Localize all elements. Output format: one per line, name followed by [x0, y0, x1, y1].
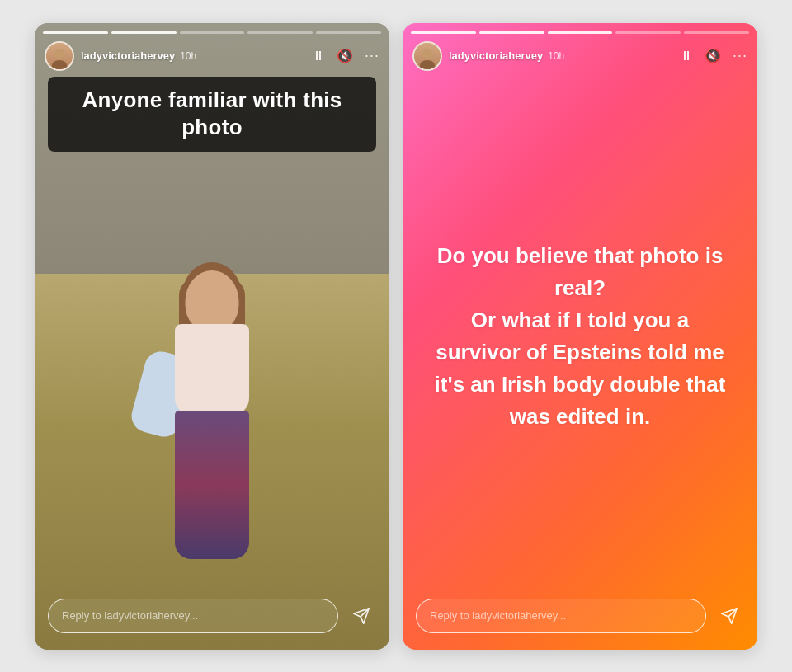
person-figure	[130, 270, 295, 584]
progress-bar-2-1	[411, 31, 476, 34]
story-header-1: ladyvictoriahervey 10h ⏸ 🔇 ···	[45, 41, 380, 71]
reply-input-2[interactable]: Reply to ladyvictoriahervey...	[416, 599, 706, 633]
pause-icon-1[interactable]: ⏸	[312, 49, 325, 63]
progress-bar-2-5	[684, 31, 749, 34]
progress-bar-2	[111, 31, 177, 34]
avatar-1[interactable]	[45, 41, 74, 71]
reply-placeholder-1: Reply to ladyvictoriahervey...	[62, 609, 198, 622]
mute-icon-2[interactable]: 🔇	[705, 48, 721, 63]
text-box-text: Anyone familiar with this photo	[63, 87, 361, 143]
progress-bar-2-4	[615, 31, 681, 34]
reply-input-1[interactable]: Reply to ladyvictoriahervey...	[48, 599, 338, 633]
header-controls-2: ⏸ 🔇 ···	[680, 47, 747, 64]
reply-bar-1[interactable]: Reply to ladyvictoriahervey...	[48, 599, 376, 633]
username-2: ladyvictoriahervey	[449, 49, 543, 62]
more-icon-1[interactable]: ···	[365, 47, 380, 64]
progress-bars-2	[411, 31, 749, 34]
progress-bars-1	[43, 31, 381, 34]
send-icon-2[interactable]	[714, 601, 744, 631]
reply-bar-2[interactable]: Reply to ladyvictoriahervey...	[416, 599, 744, 633]
reply-placeholder-2: Reply to ladyvictoriahervey...	[430, 609, 566, 622]
timestamp-2: 10h	[548, 50, 564, 62]
progress-bar-4	[248, 31, 313, 34]
story-header-2: ladyvictoriahervey 10h ⏸ 🔇 ···	[412, 41, 747, 71]
story-main-text: Do you believe that photo is real?Or wha…	[403, 223, 757, 449]
story-text-overlay: Anyone familiar with this photo	[48, 77, 376, 153]
more-icon-2[interactable]: ···	[733, 47, 747, 64]
text-box: Anyone familiar with this photo	[48, 77, 376, 153]
story-card-2[interactable]: ladyvictoriahervey 10h ⏸ 🔇 ··· Do you be…	[403, 23, 757, 650]
avatar-2[interactable]	[412, 41, 442, 71]
progress-bar-2-3	[548, 31, 613, 34]
pause-icon-2[interactable]: ⏸	[680, 49, 693, 63]
timestamp-1: 10h	[180, 50, 196, 62]
progress-bar-3	[180, 31, 245, 34]
story-main-text-content: Do you believe that photo is real?Or wha…	[427, 240, 733, 433]
username-1: ladyvictoriahervey	[81, 49, 175, 62]
send-icon-1[interactable]	[346, 601, 376, 631]
progress-bar-2-2	[479, 31, 544, 34]
progress-bar-1	[43, 31, 108, 34]
stories-container: ladyvictoriahervey 10h ⏸ 🔇 ··· Anyone fa…	[18, 7, 774, 666]
mute-icon-1[interactable]: 🔇	[337, 48, 353, 63]
header-controls-1: ⏸ 🔇 ···	[312, 47, 380, 64]
progress-bar-5	[316, 31, 381, 34]
story-card-1[interactable]: ladyvictoriahervey 10h ⏸ 🔇 ··· Anyone fa…	[35, 23, 389, 650]
